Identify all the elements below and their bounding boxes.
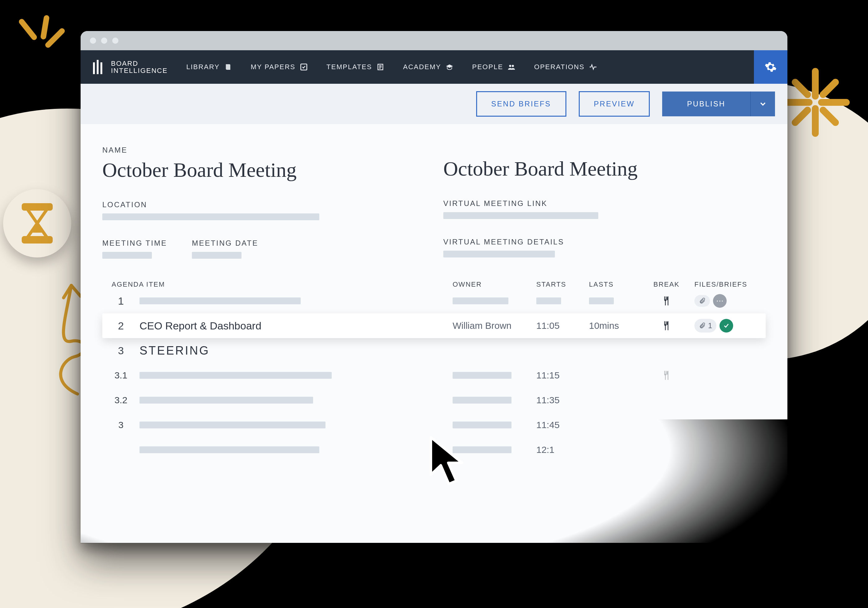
nav-people[interactable]: PEOPLE [472,63,516,71]
owner-placeholder [453,397,512,404]
col-owner: OWNER [453,280,533,289]
owner-placeholder [453,421,512,428]
meeting-title-right: October Board Meeting [443,157,766,180]
brand-logo[interactable]: BOARD INTELLIGENCE [93,60,168,74]
template-icon [376,63,384,71]
starts-placeholder [536,297,561,304]
owner-placeholder [453,297,508,304]
check-icon [723,322,730,329]
brand-text: BOARD INTELLIGENCE [111,60,168,74]
agenda-title-placeholder [140,297,301,304]
agenda-index: 3 [105,420,136,430]
svg-point-5 [512,65,514,67]
sparkle-icon [12,12,68,62]
agenda-index: 2 [105,320,136,332]
publish-button[interactable]: PUBLISH [662,92,750,116]
agenda-title-placeholder [140,372,332,379]
agenda-row[interactable]: 1 ⋯ [102,289,766,313]
activity-icon [589,63,597,71]
more-chip[interactable]: ⋯ [713,294,727,308]
nav-label: LIBRARY [186,63,220,71]
agenda-starts: 12:1 [536,445,586,455]
nav-operations[interactable]: OPERATIONS [534,63,597,71]
people-icon [507,63,516,71]
agenda-index: 3.1 [105,370,136,381]
paperclip-icon [699,322,705,329]
agenda-row-section[interactable]: 3 STEERING [102,338,766,363]
sparkle-icon [778,65,852,140]
col-break: BREAK [642,280,691,289]
agenda-index: 1 [105,295,136,307]
name-label: NAME [102,146,425,154]
window-dot [101,37,107,44]
attachment-chip[interactable]: 1 [694,319,716,333]
nav-label: PEOPLE [472,63,503,71]
virtual-details-label: VIRTUAL MEETING DETAILS [443,238,766,246]
checklist-icon [300,63,308,71]
book-icon [224,63,232,71]
agenda-lasts: 10mins [589,320,639,331]
agenda-owner: William Brown [453,320,533,331]
nav-label: TEMPLATES [326,63,372,71]
attachment-chip[interactable] [694,295,710,307]
col-files: FILES/BRIEFS [694,280,763,289]
window-dot [90,37,96,44]
status-ok-chip[interactable] [719,319,733,333]
agenda-row[interactable]: 3 11:45 [102,412,766,437]
agenda-title-placeholder [140,397,313,404]
nav-my-papers[interactable]: MY PAPERS [251,63,308,71]
agenda-row[interactable]: 3.2 11:35 [102,388,766,412]
lasts-placeholder [589,297,614,304]
gear-icon [764,61,777,73]
nav-templates[interactable]: TEMPLATES [326,63,384,71]
agenda-row[interactable]: 3.1 11:15 [102,363,766,388]
meeting-time-placeholder[interactable] [102,252,152,259]
cutlery-icon[interactable] [642,320,691,331]
settings-button[interactable] [754,50,787,84]
col-agenda-item: AGENDA ITEM [112,280,450,289]
files-count: 1 [708,321,712,330]
brand-mark-icon [93,60,105,74]
meeting-date-placeholder[interactable] [192,252,242,259]
svg-point-4 [509,65,511,67]
nav-label: ACADEMY [403,63,441,71]
owner-placeholder [453,446,512,453]
agenda-row[interactable]: 12:1 [102,437,766,462]
nav-label: MY PAPERS [251,63,295,71]
paperclip-icon [699,297,705,304]
window-chrome [81,31,787,50]
virtual-link-placeholder[interactable] [443,212,598,219]
location-label: LOCATION [102,201,425,209]
agenda-index: 3 [105,345,136,357]
meeting-time-label: MEETING TIME [102,239,167,247]
nav-label: OPERATIONS [534,63,585,71]
send-briefs-button[interactable]: SEND BRIEFS [476,91,566,117]
agenda-header: AGENDA ITEM OWNER STARTS LASTS BREAK FIL… [102,280,766,289]
graduation-cap-icon [445,63,454,71]
nav-library[interactable]: LIBRARY [186,63,232,71]
agenda-title-placeholder [140,446,319,453]
agenda-starts: 11:05 [536,320,586,331]
agenda-title: CEO Report & Dashboard [140,320,450,332]
agenda-starts: 11:45 [536,420,586,430]
top-nav: BOARD INTELLIGENCE LIBRARY MY PAPERS TEM… [81,50,787,84]
location-placeholder[interactable] [102,213,319,220]
chevron-down-icon [759,100,767,108]
meeting-date-label: MEETING DATE [192,239,258,247]
agenda-row[interactable]: 2 CEO Report & Dashboard William Brown 1… [102,313,766,338]
app-window: BOARD INTELLIGENCE LIBRARY MY PAPERS TEM… [81,31,787,543]
cutlery-icon[interactable] [642,295,691,306]
virtual-details-placeholder[interactable] [443,250,555,258]
window-dot [112,37,118,44]
publish-dropdown-button[interactable] [750,92,775,116]
virtual-link-label: VIRTUAL MEETING LINK [443,199,766,208]
agenda-section-title: STEERING [140,344,450,358]
preview-button[interactable]: PREVIEW [579,91,650,117]
hourglass-badge [3,189,71,258]
cutlery-icon[interactable] [642,370,691,381]
agenda-index: 3.2 [105,395,136,406]
nav-academy[interactable]: ACADEMY [403,63,454,71]
main-content: NAME October Board Meeting LOCATION MEET… [81,124,787,543]
col-starts: STARTS [536,280,586,289]
action-bar: SEND BRIEFS PREVIEW PUBLISH [81,84,787,124]
